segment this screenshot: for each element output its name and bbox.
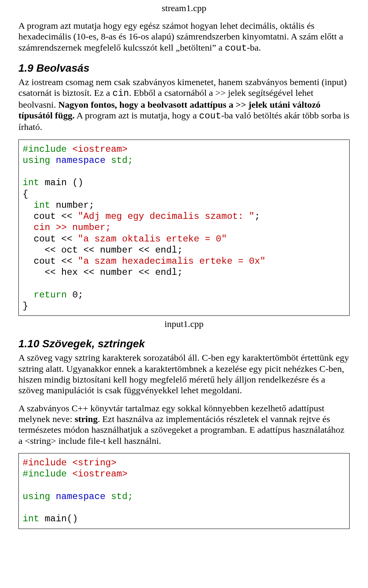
code-line: cin >> number; [23,222,111,233]
bold-string: string [75,414,98,424]
code-line: 0; [67,290,83,300]
intro-paragraph-1: A program azt mutatja hogy egy egész szá… [18,20,350,54]
text: A program azt is mutatja, hogy a [75,110,199,120]
filename-label-1: stream1.cpp [18,3,350,13]
code-line: #include [23,458,72,468]
filename-label-2: input1.cpp [18,319,350,329]
code-line: #include [23,144,72,154]
code-line: int [34,200,50,210]
page: stream1.cpp A program azt mutatja hogy e… [0,3,368,546]
heading-1-9: 1.9 Beolvasás [18,62,350,74]
code-inline-cin: cin [112,88,129,99]
code-line: return [34,290,67,300]
paragraph-4: A szabványos C++ könyvtár tartalmaz egy … [18,403,350,446]
code-line: namespace [56,491,105,502]
code-line: using [23,155,56,166]
code-inline-cout-2: cout [199,111,221,121]
code-line: int [23,177,39,188]
code-line: ; [255,211,260,222]
heading-1-10: 1.10 Szövegek, sztringek [18,338,350,350]
code-line: main () [39,177,83,188]
code-line: "a szam hexadecimalis erteke = 0x" [78,256,266,266]
code-line: <string> [72,458,117,468]
code-line: #include [23,469,72,479]
text: A program azt mutatja hogy egy egész szá… [18,21,343,53]
code-line: } [23,301,28,311]
code-inline-cout: cout [225,43,247,53]
code-line: << hex << number << endl; [23,267,183,278]
code-line: std; [105,155,133,166]
code-line: cout << [23,234,78,244]
paragraph-2: Az iostream csomag nem csak szabványos k… [18,77,350,133]
code-line: "Adj meg egy decimalis szamot: " [78,211,255,222]
code-line: <iostream> [72,144,128,154]
code-line: "a szam oktalis erteke = 0" [78,234,227,244]
code-line: main() [39,514,78,524]
code-line: using [23,491,56,502]
code-line [23,200,34,210]
code-line: cout << [23,256,78,266]
code-line: cout << [23,211,78,222]
text: -ba. [247,43,261,53]
code-block-1: #include <iostream> using namespace std;… [18,140,350,316]
code-block-2: #include <string> #include <iostream> us… [18,453,350,529]
code-line: namespace [56,155,105,166]
paragraph-3: A szöveg vagy sztring karakterek sorozat… [18,352,350,396]
code-line: << oct << number << endl; [23,245,183,255]
code-line: { [23,189,28,199]
code-line: <iostream> [72,469,128,479]
code-line: std; [105,491,133,502]
code-line: int [23,514,39,524]
code-line [23,290,34,300]
code-line: number; [50,200,94,210]
